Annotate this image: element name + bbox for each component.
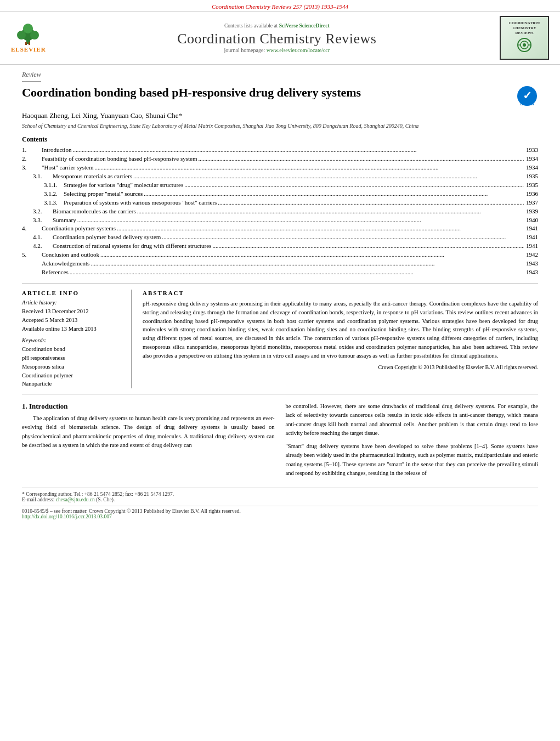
footnote-section: * Corresponding author. Tel.: +86 21 547… xyxy=(22,488,538,502)
keyword-item: Mesoporous silica xyxy=(22,363,123,371)
toc-entry: 3.1.Mesoporous materials as carriers....… xyxy=(22,172,538,181)
citation-text: Coordination Chemistry Reviews 257 (2013… xyxy=(212,3,348,10)
toc-entry: 2.Feasibility of coordination bonding ba… xyxy=(22,155,538,163)
toc-entry: 3.1.2.Selecting proper "metal" sources..… xyxy=(22,190,538,199)
abstract-copyright: Crown Copyright © 2013 Published by Else… xyxy=(143,364,538,370)
elsevier-logo: ELSEVIER xyxy=(11,23,46,53)
received-date: Received 13 December 2012 xyxy=(22,307,123,316)
svg-point-4 xyxy=(23,24,33,33)
keywords-label: Keywords: xyxy=(22,337,123,343)
journal-homepage: journal homepage: www.elsevier.com/locat… xyxy=(54,47,500,53)
journal-logo: COORDINATION CHEMISTRY REVIEWS xyxy=(500,16,549,60)
homepage-link[interactable]: www.elsevier.com/locate/ccr xyxy=(267,47,330,53)
page: Coordination Chemistry Reviews 257 (2013… xyxy=(0,0,560,741)
keyword-item: Coordination polymer xyxy=(22,371,123,380)
toc-entry: 3.2.Biomacromolecules as the carriers...… xyxy=(22,207,538,216)
svg-rect-6 xyxy=(29,42,30,45)
footnote-email: E-mail address: chesa@sjtu.edu.cn (S. Ch… xyxy=(22,497,538,502)
sciverse-label: Contents lists available at SciVerse Sci… xyxy=(54,23,500,29)
article-info-header: ARTICLE INFO xyxy=(22,290,123,296)
svg-text:CrossMark: CrossMark xyxy=(520,103,534,106)
intro-para3: "Smart" drug delivery systems have been … xyxy=(286,442,539,478)
toc-entry: 4.1.Coordination polymer based delivery … xyxy=(22,233,538,242)
keywords-list: Coordination bondpH responsivenessMesopo… xyxy=(22,345,123,388)
svg-point-2 xyxy=(17,31,26,39)
toc-list: 1.Introduction..........................… xyxy=(22,146,538,277)
accepted-date: Accepted 5 March 2013 xyxy=(22,316,123,325)
elsevier-tree-icon xyxy=(13,23,43,45)
toc-entry: 1.Introduction..........................… xyxy=(22,146,538,155)
abstract-text: pH-responsive drug delivery systems are … xyxy=(143,299,538,360)
article-title-row: Coordination bonding based pH-responsive… xyxy=(22,85,538,107)
main-content: Review Coordination bonding based pH-res… xyxy=(0,65,560,525)
intro-heading: 1. Introduction xyxy=(22,402,275,411)
toc-entry: 3.3.Summary.............................… xyxy=(22,216,538,225)
doi-section: 0010-8545/$ – see front matter. Crown Co… xyxy=(22,506,538,519)
email-link[interactable]: chesa@sjtu.edu.cn xyxy=(56,497,95,502)
journal-logo-icon xyxy=(513,37,535,53)
doi-link[interactable]: http://dx.doi.org/10.1016/j.ccr.2013.03.… xyxy=(22,514,538,519)
crossmark-icon: ✓ CrossMark xyxy=(516,85,538,107)
article-info-abstract-section: ARTICLE INFO Article history: Received 1… xyxy=(22,284,538,394)
keyword-item: Coordination bond xyxy=(22,345,123,354)
intro-para1: The application of drug delivery systems… xyxy=(22,414,275,450)
left-column: 1. Introduction The application of drug … xyxy=(22,402,275,482)
abstract-header: ABSTRACT xyxy=(143,290,538,296)
available-date: Available online 13 March 2013 xyxy=(22,325,123,333)
svg-point-3 xyxy=(30,31,39,39)
intro-para2: be controlled. However, there are some d… xyxy=(286,402,539,438)
authors: Haoquan Zheng, Lei Xing, Yuanyuan Cao, S… xyxy=(22,111,538,120)
body-content: 1. Introduction The application of drug … xyxy=(22,402,538,519)
affiliation: School of Chemistry and Chemical Enginee… xyxy=(22,122,538,130)
journal-citation: Coordination Chemistry Reviews 257 (2013… xyxy=(0,0,560,12)
toc-entry: 4.2.Construction of rational systems for… xyxy=(22,242,538,251)
toc-entry: 3."Host" carrier system.................… xyxy=(22,163,538,172)
svg-text:✓: ✓ xyxy=(523,89,532,101)
toc-entry: 5.Conclusion and outlook................… xyxy=(22,251,538,259)
toc-entry: 3.1.3.Preparation of systems with variou… xyxy=(22,199,538,207)
keyword-item: Nanoparticle xyxy=(22,380,123,388)
footnote-star: * Corresponding author. Tel.: +86 21 547… xyxy=(22,491,538,497)
toc-entry: 3.1.1.Strategies for various "drug" mole… xyxy=(22,181,538,190)
right-column: be controlled. However, there are some d… xyxy=(286,402,539,482)
two-column-layout: 1. Introduction The application of drug … xyxy=(22,402,538,482)
elsevier-brand-text: ELSEVIER xyxy=(11,46,46,53)
keyword-item: pH responsiveness xyxy=(22,354,123,363)
sciverse-link[interactable]: SciVerse ScienceDirect xyxy=(279,23,330,29)
svg-rect-5 xyxy=(25,42,27,45)
journal-header: ELSEVIER Contents lists available at Sci… xyxy=(0,12,560,65)
abstract-block: ABSTRACT pH-responsive drug delivery sys… xyxy=(143,290,538,388)
contents-heading: Contents xyxy=(22,135,538,144)
toc-entry: References..............................… xyxy=(22,268,538,277)
svg-point-9 xyxy=(523,43,526,47)
doi-copyright: 0010-8545/$ – see front matter. Crown Co… xyxy=(22,508,538,514)
journal-title-block: Contents lists available at SciVerse Sci… xyxy=(54,23,500,53)
article-history-label: Article history: xyxy=(22,299,123,306)
article-info-block: ARTICLE INFO Article history: Received 1… xyxy=(22,290,132,388)
article-title-text: Coordination bonding based pH-responsive… xyxy=(22,85,511,101)
toc-entry: Acknowledgements........................… xyxy=(22,259,538,268)
journal-title: Coordination Chemistry Reviews xyxy=(54,31,500,47)
article-type: Review xyxy=(22,71,41,82)
toc-entry: 4.Coordination polymer systems..........… xyxy=(22,224,538,233)
table-of-contents: Contents 1.Introduction.................… xyxy=(22,135,538,277)
